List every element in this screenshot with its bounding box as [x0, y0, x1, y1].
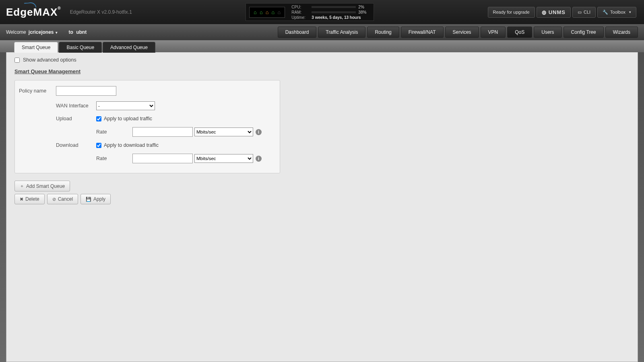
delete-label: Delete: [25, 196, 39, 202]
cancel-icon: ⊘: [52, 197, 56, 202]
nav-dashboard[interactable]: Dashboard: [278, 27, 317, 38]
apply-button[interactable]: 💾 Apply: [80, 194, 111, 204]
form-buttons: ＋ Add Smart Queue ✖ Delete ⊘ Cancel 💾 Ap…: [14, 181, 630, 204]
cancel-label: Cancel: [58, 196, 73, 202]
content-area: Show advanced options Smart Queue Manage…: [6, 52, 638, 362]
unms-icon: ◍: [542, 9, 547, 15]
policy-name-input[interactable]: [56, 86, 116, 96]
plus-icon: ＋: [20, 183, 24, 189]
add-smart-queue-label: Add Smart Queue: [26, 183, 65, 189]
wan-interface-select[interactable]: -: [96, 101, 155, 110]
nav-routing[interactable]: Routing: [367, 27, 399, 38]
nav-users[interactable]: Users: [534, 27, 561, 38]
action-row: ✖ Delete ⊘ Cancel 💾 Apply: [14, 194, 111, 204]
logo-registered: ®: [58, 6, 61, 10]
nav-wizards[interactable]: Wizards: [605, 27, 638, 38]
download-rate-label: Rate: [96, 156, 132, 161]
port-icon: ⌂: [254, 10, 257, 15]
status-panel: ⌂ ⌂ ⌂ ⌂ ⌂ CPU: 2% RAM: 38% Uptime: 3 wee…: [246, 3, 374, 21]
upload-rate-label: Rate: [96, 129, 132, 135]
uptime-row: Uptime: 3 weeks, 5 days, 13 hours: [291, 15, 370, 20]
cpu-bar: [312, 6, 356, 8]
toolbox-label: Toolbox: [610, 10, 625, 14]
info-icon[interactable]: i: [256, 156, 262, 162]
upload-row: Upload Apply to upload traffic: [56, 116, 276, 121]
subtab-basic-queue[interactable]: Basic Queue: [59, 42, 102, 53]
apply-upload-checkbox[interactable]: [96, 116, 101, 121]
apply-download-checkbox[interactable]: [96, 143, 101, 148]
nav-row: Welcome jcricejones to ubnt Dashboard Tr…: [0, 24, 644, 40]
wrench-icon: 🔧: [603, 10, 608, 15]
port-icon: ⌂: [266, 10, 269, 15]
ready-upgrade-button[interactable]: Ready for upgrade: [488, 7, 535, 18]
upgrade-label: Ready for upgrade: [493, 10, 530, 14]
info-icon[interactable]: i: [256, 129, 262, 135]
port-icon: ⌂: [277, 10, 281, 15]
policy-name-label: Policy name: [19, 88, 56, 94]
unms-button[interactable]: ◍ UNMS: [537, 7, 571, 18]
nav-config-tree[interactable]: Config Tree: [564, 27, 604, 38]
welcome-prefix: Welcome: [6, 29, 26, 35]
add-smart-queue-button[interactable]: ＋ Add Smart Queue: [14, 181, 70, 191]
nav-traffic-analysis[interactable]: Traffic Analysis: [318, 27, 365, 38]
wan-interface-row: WAN Interface -: [56, 101, 276, 110]
unms-label: UNMS: [549, 9, 566, 15]
subtab-advanced-queue[interactable]: Advanced Queue: [103, 42, 155, 53]
subtab-strip: Smart Queue Basic Queue Advanced Queue: [0, 40, 644, 52]
cpu-label: CPU:: [291, 5, 309, 9]
download-label: Download: [56, 142, 96, 148]
welcome-to: to ubnt: [69, 29, 87, 35]
download-rate-unit-select[interactable]: Mbits/sec: [194, 154, 253, 163]
delete-button[interactable]: ✖ Delete: [14, 194, 45, 204]
upload-rate-unit-select[interactable]: Mbits/sec: [194, 128, 253, 136]
smart-queue-form: Policy name WAN Interface - Upload Apply…: [14, 80, 280, 173]
nav-firewall-nat[interactable]: Firewall/NAT: [401, 27, 444, 38]
upload-rate-row: Rate Mbits/sec i: [96, 127, 276, 137]
cpu-meter: CPU: 2%: [291, 5, 370, 9]
cpu-value: 2%: [358, 5, 370, 9]
download-row: Download Apply to download traffic: [56, 142, 276, 148]
cancel-button[interactable]: ⊘ Cancel: [47, 194, 78, 204]
cli-button[interactable]: ▭ CLI: [572, 7, 596, 18]
policy-name-row: Policy name: [19, 86, 276, 96]
welcome-user-dropdown[interactable]: jcricejones: [29, 29, 58, 35]
ram-meter: RAM: 38%: [291, 10, 370, 14]
port-icon: ⌂: [260, 10, 263, 15]
ram-bar: [312, 11, 356, 13]
uptime-label: Uptime:: [291, 15, 309, 20]
apply-download-wrap: Apply to download traffic: [96, 142, 159, 148]
download-rate-row: Rate Mbits/sec i: [96, 154, 276, 163]
upload-label: Upload: [56, 116, 96, 121]
upload-rate-input[interactable]: [132, 127, 193, 137]
toolbox-button[interactable]: 🔧 Toolbox: [597, 7, 636, 18]
brand-logo: EdgeMAX®: [6, 6, 61, 19]
apply-upload-label: Apply to upload traffic: [104, 116, 152, 121]
port-status-box: ⌂ ⌂ ⌂ ⌂ ⌂: [249, 7, 285, 18]
header-actions: Ready for upgrade ◍ UNMS ▭ CLI 🔧 Toolbox: [488, 7, 636, 18]
download-rate-input[interactable]: [132, 154, 193, 163]
delete-icon: ✖: [20, 197, 23, 202]
wan-interface-label: WAN Interface: [56, 103, 96, 109]
welcome-block: Welcome jcricejones to ubnt: [6, 29, 87, 35]
save-icon: 💾: [86, 197, 91, 202]
product-name: EdgeRouter X v2.0.9-hotfix.1: [70, 9, 132, 15]
system-meters: CPU: 2% RAM: 38% Uptime: 3 weeks, 5 days…: [291, 5, 370, 20]
main-nav-tabs: Dashboard Traffic Analysis Routing Firew…: [278, 27, 638, 38]
subtab-smart-queue[interactable]: Smart Queue: [14, 42, 58, 53]
logo-arc-icon: [24, 2, 36, 8]
logo-text: EdgeMAX®: [6, 6, 61, 19]
apply-label: Apply: [93, 196, 105, 202]
apply-download-label: Apply to download traffic: [104, 142, 159, 148]
apply-upload-wrap: Apply to upload traffic: [96, 116, 152, 121]
nav-vpn[interactable]: VPN: [481, 27, 506, 38]
top-header: EdgeMAX® EdgeRouter X v2.0.9-hotfix.1 ⌂ …: [0, 0, 644, 24]
nav-qos[interactable]: QoS: [507, 27, 532, 38]
ram-label: RAM:: [291, 10, 309, 14]
section-title: Smart Queue Management: [14, 68, 630, 74]
uptime-value: 3 weeks, 5 days, 13 hours: [312, 15, 361, 20]
port-icon: ⌂: [272, 10, 275, 15]
show-advanced-label: Show advanced options: [23, 57, 76, 63]
cli-label: CLI: [584, 10, 590, 14]
nav-services[interactable]: Services: [445, 27, 479, 38]
show-advanced-checkbox[interactable]: [14, 58, 20, 63]
